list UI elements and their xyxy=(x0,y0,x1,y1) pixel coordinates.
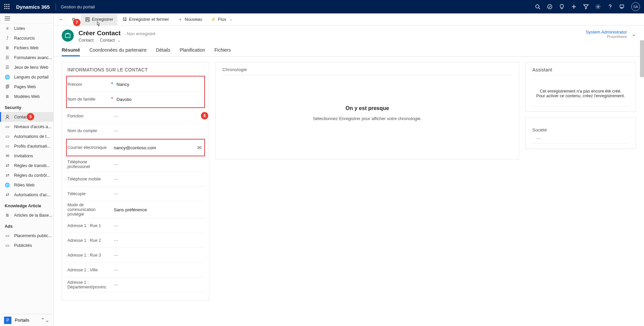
field-value[interactable]: Sans préférence xyxy=(110,207,204,212)
field-phone2[interactable]: Téléphone mobile--- xyxy=(67,172,204,186)
societe-label: Société xyxy=(532,127,629,132)
user-avatar[interactable]: SA xyxy=(631,2,640,11)
save-close-label: Enregistrer et fermer xyxy=(129,17,169,22)
field-value[interactable]: --- xyxy=(110,223,204,228)
field-value[interactable]: --- xyxy=(110,162,204,167)
owner-block[interactable]: System Administrator Propriétaire ⌄ xyxy=(586,30,636,39)
timeline-panel: Chronologie On y est presque Sélectionne… xyxy=(215,62,519,159)
sidebar-item-autorisations-ac[interactable]: ⇄Autorisations d'ac... xyxy=(0,190,53,200)
sidebar-item-profils[interactable]: ▭Profils d'autorisati... xyxy=(0,141,53,151)
tab-resume[interactable]: Résumé xyxy=(62,47,80,56)
sidebar-item-liens[interactable]: ☰Jeux de liens Web xyxy=(0,62,53,72)
sidebar-item-regles-trans[interactable]: ⇄Règles de transiti... xyxy=(0,161,53,170)
field-addr1[interactable]: Adresse 1 : Rue 1--- xyxy=(67,218,204,233)
sidebar-item-contacts[interactable]: Contacts 5 xyxy=(0,112,53,122)
assistant-panel: Assistant Cet enregistrement n'a pas enc… xyxy=(525,62,636,112)
field-firstname[interactable]: Prénom * Nancy xyxy=(67,77,204,92)
tab-details[interactable]: Détails xyxy=(156,47,170,56)
field-email[interactable]: Courrier électronique nancy@contoso.com … xyxy=(67,140,204,155)
sidebar-item-raccourcis[interactable]: ⤴Raccourcis xyxy=(0,33,53,43)
command-bar: ← ⧉ Enregistrer 7 🖫Enregistrer et fermer… xyxy=(54,13,644,25)
svg-point-11 xyxy=(548,5,552,9)
breadcrumb-entity[interactable]: Contact xyxy=(78,38,94,43)
field-value[interactable]: Nancy xyxy=(113,82,204,87)
field-value[interactable]: --- xyxy=(110,253,204,258)
sidebar-item-langues[interactable]: 🌐Langues du portail xyxy=(0,72,53,82)
search-icon[interactable] xyxy=(535,4,541,10)
sidebar-item-publicites[interactable]: ▭Publicités xyxy=(0,240,53,250)
tab-coordonnees[interactable]: Coordonnées du partenaire xyxy=(89,47,146,56)
sidebar-item-placements[interactable]: ▭Placements public... xyxy=(0,231,53,240)
hamburger-icon[interactable] xyxy=(5,16,10,21)
sidebar-item-formulaires[interactable]: ☰Formulaires avanc... xyxy=(0,53,53,62)
field-value[interactable]: Davolio xyxy=(113,97,204,102)
field-value[interactable]: --- xyxy=(110,191,204,196)
field-account[interactable]: Nom du compte --- xyxy=(67,123,204,138)
tab-fichiers[interactable]: Fichiers xyxy=(214,47,231,56)
field-jobtitle[interactable]: Fonction --- 6 xyxy=(67,109,204,123)
societe-value[interactable]: --- xyxy=(532,136,629,144)
save-close-button[interactable]: 🖫Enregistrer et fermer xyxy=(118,14,173,25)
svg-point-21 xyxy=(6,115,8,117)
sidebar-item-pages[interactable]: 🗐Pages Web xyxy=(0,82,53,92)
field-commpref[interactable]: Mode de communication privilégiéSans pré… xyxy=(67,201,204,218)
sidebar-item-invitations[interactable]: ✉Invitations xyxy=(0,151,53,161)
field-addr2[interactable]: Adresse 1 : Rue 2--- xyxy=(67,233,204,248)
sidebar-item-listes[interactable]: ≡Listes xyxy=(0,23,53,33)
field-phone1[interactable]: Téléphone professionel--- xyxy=(67,157,204,172)
flow-button[interactable]: ⚡Flux⌄ xyxy=(207,14,237,25)
sidebar-item-autorisations-t[interactable]: ▭Autorisations de t... xyxy=(0,131,53,141)
sidebar-item-label: Jeux de liens Web xyxy=(14,65,48,70)
chevron-down-icon[interactable]: ⌄ xyxy=(117,38,120,42)
field-label: Adresse 1 : Rue 2 xyxy=(67,238,110,243)
sidebar-item-niveaux[interactable]: ▭Niveaux d'accès a... xyxy=(0,122,53,131)
field-value[interactable]: --- xyxy=(110,238,204,243)
field-value[interactable]: nancy@contoso.com xyxy=(110,145,197,150)
chevron-updown-icon[interactable]: ⌃⌄ xyxy=(41,317,49,323)
app-subtitle[interactable]: Gestion du portail xyxy=(61,4,95,9)
sidebar-item-modeles[interactable]: 🗎Modèles Web xyxy=(0,92,53,101)
link-icon: ☰ xyxy=(5,65,10,70)
sidebar-footer[interactable]: P Portails ⌃⌄ xyxy=(0,314,53,326)
help-icon[interactable] xyxy=(607,4,613,10)
list-icon: ≡ xyxy=(5,26,10,31)
assistant-message: Cet enregistrement n'a pas encore été cr… xyxy=(532,79,629,107)
field-value[interactable]: --- xyxy=(110,113,204,118)
sidebar-item-label: Règles du contrôl... xyxy=(14,173,50,178)
field-value[interactable]: --- xyxy=(110,128,204,133)
sidebar-item-fichiers-web[interactable]: 🗎Fichiers Web xyxy=(0,43,53,53)
sidebar-item-regles-ctrl[interactable]: ⇄Règles du contrôl... xyxy=(0,170,53,180)
messenger-icon[interactable] xyxy=(619,4,625,10)
field-fax[interactable]: Télécopie--- xyxy=(67,186,204,201)
sidebar-item-articles[interactable]: 🗎Articles de la Base... xyxy=(0,210,53,220)
mail-icon[interactable]: ✉ xyxy=(197,145,202,151)
new-label: Nouveau xyxy=(185,17,202,22)
form-tabs: Résumé Coordonnées du partenaire Détails… xyxy=(62,47,636,56)
field-region[interactable]: Adresse 1 : Département/provinc--- xyxy=(67,277,204,292)
breadcrumb-form[interactable]: Contact xyxy=(100,38,115,43)
field-city[interactable]: Adresse 1 : Ville--- xyxy=(67,263,204,277)
sidebar-item-roles[interactable]: 🌐Rôles Web xyxy=(0,180,53,190)
svg-rect-6 xyxy=(4,8,5,9)
field-addr3[interactable]: Adresse 1 : Rue 3--- xyxy=(67,248,204,263)
tab-planification[interactable]: Planification xyxy=(180,47,205,56)
field-value[interactable]: --- xyxy=(110,267,204,272)
chevron-down-icon[interactable]: ⌄ xyxy=(632,31,636,37)
lightbulb-icon[interactable] xyxy=(559,4,565,10)
task-icon[interactable] xyxy=(547,4,553,10)
filter-icon[interactable] xyxy=(583,4,589,10)
scrollbar-thumb[interactable] xyxy=(640,40,644,77)
plus-icon[interactable] xyxy=(571,4,577,10)
settings-icon[interactable] xyxy=(595,4,601,10)
new-button[interactable]: ＋Nouveau xyxy=(174,14,206,25)
topbar: Dynamics 365 Gestion du portail SA xyxy=(0,0,644,13)
field-value[interactable]: --- xyxy=(110,282,204,287)
back-button[interactable]: ← xyxy=(56,16,66,22)
field-lastname[interactable]: Nom de famille * Davolio xyxy=(67,92,204,107)
sidebar-item-label: Placements public... xyxy=(14,233,52,238)
field-value[interactable]: --- xyxy=(110,176,204,181)
app-launcher-icon[interactable] xyxy=(4,4,10,10)
sidebar-section-security: Security xyxy=(0,101,53,112)
brand-label[interactable]: Dynamics 365 xyxy=(16,4,50,10)
file-icon: 🗎 xyxy=(5,45,10,51)
